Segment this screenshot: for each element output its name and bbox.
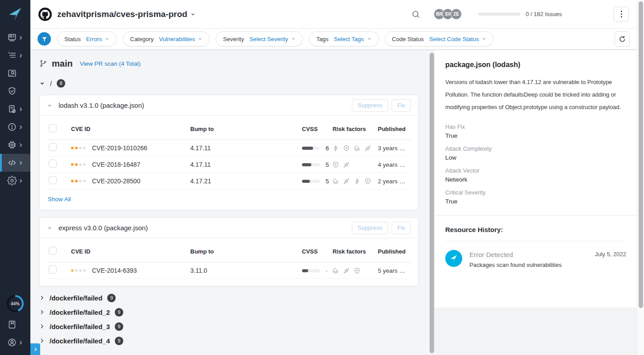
risk-factors-cell [330, 178, 372, 185]
filter-pill-tags[interactable]: TagsSelect Tags [309, 31, 378, 46]
sidebar-expand-button[interactable] [30, 343, 40, 355]
severity-dot [71, 269, 74, 272]
filter-pill-status[interactable]: StatusErrors [57, 31, 117, 46]
sidebar: 44% [0, 0, 30, 355]
cvss-bar [302, 147, 320, 150]
sidebar-item-alert-circle[interactable] [0, 118, 30, 136]
repo-title[interactable]: zehavitprisma/cves-prisma-prod [57, 9, 187, 19]
chevron-down-icon [291, 37, 296, 41]
folder-row[interactable]: /dockerfile/failed9 [39, 291, 418, 305]
filter-value-text: Errors [86, 36, 102, 42]
page-scrollbar-thumb[interactable] [639, 1, 643, 308]
filter-value-text: Select Code Status [429, 36, 479, 42]
filter-value-text: Select Tags [334, 36, 364, 42]
sidebar-item-account[interactable] [7, 334, 23, 351]
folder-row[interactable]: /dockerfile/failed_49 [39, 334, 418, 348]
funnel-icon [41, 36, 48, 42]
sidebar-item-image-scan[interactable] [0, 64, 30, 82]
lightning-icon [354, 178, 360, 185]
avatar[interactable]: ZE [451, 8, 462, 20]
suppress-button[interactable]: Suppress [352, 99, 388, 112]
published-cell: 5 years … [372, 267, 411, 274]
filter-pill-category[interactable]: CategoryVulnerabilities [123, 31, 209, 46]
root-folder-row[interactable]: / 8 [39, 79, 418, 88]
sidebar-item-list[interactable] [0, 46, 30, 64]
cve-row[interactable]: CVE-2019-10102664.17.1163 years … [47, 140, 411, 156]
filter-pill-code-status[interactable]: Code StatusSelect Code Status [385, 31, 494, 46]
sidebar-item-chip[interactable] [0, 136, 30, 154]
cve-row[interactable]: CVE-2014-63933.11.0·5 years … [47, 262, 411, 279]
package-actions: SuppressFix [352, 222, 411, 234]
folder-name: /dockerfile/failed [50, 294, 102, 302]
swirl-icon [332, 178, 339, 185]
git-branch-icon [39, 59, 47, 68]
branch-name: main [52, 59, 73, 69]
filter-value-dropdown[interactable]: Vulnerabilities [159, 36, 202, 42]
root-path-label: / [50, 80, 52, 87]
more-options-button[interactable] [614, 7, 629, 22]
detail-field: Has FixTrue [445, 123, 626, 139]
suppress-button[interactable]: Suppress [352, 222, 388, 234]
reset-filters-button[interactable] [615, 31, 630, 46]
row-checkbox[interactable] [49, 160, 57, 168]
scan-progress-ring[interactable]: 44% [7, 295, 24, 312]
shield-plus-icon [354, 267, 360, 274]
folder-row[interactable]: /dockerfile/failed_29 [39, 305, 418, 319]
filter-value-dropdown[interactable]: Errors [86, 36, 109, 42]
search-button[interactable] [411, 10, 420, 19]
sidebar-item-policy-doc[interactable] [0, 100, 30, 118]
detail-field: Attack VectorNetwork [445, 167, 626, 183]
detail-description: Versions of lodash lower than 4.17.12 ar… [445, 76, 628, 114]
cve-cell: CVE-2019-1010266 [65, 144, 188, 152]
swirl-icon [354, 145, 360, 152]
cvss-value: 5 [326, 161, 329, 168]
main-scrollbar-thumb[interactable] [430, 53, 434, 353]
chevron-right-icon [18, 125, 23, 130]
cvss-bar [302, 269, 320, 272]
cve-row[interactable]: CVE-2020-285004.17.2152 years … [47, 173, 411, 190]
sidebar-item-shield-check[interactable] [0, 82, 30, 100]
chevron-right-icon [18, 161, 23, 165]
row-checkbox[interactable] [49, 143, 57, 151]
list-icon [7, 51, 17, 60]
detail-field-label: Attack Complexity [445, 145, 626, 152]
filter-value-dropdown[interactable]: Select Severity [249, 36, 296, 42]
sidebar-item-book[interactable] [7, 316, 23, 334]
collapse-chevron-icon[interactable] [47, 103, 52, 108]
filter-value-dropdown[interactable]: Select Code Status [429, 36, 486, 42]
filter-value-dropdown[interactable]: Select Tags [334, 36, 372, 42]
shield-plus-icon [332, 161, 339, 168]
folder-row[interactable]: /dockerfile/failed_39 [39, 319, 418, 334]
detail-field-value: True [445, 198, 626, 205]
column-header: CVSS [300, 126, 330, 132]
fix-button[interactable]: Fix [392, 222, 411, 234]
fix-button[interactable]: Fix [392, 99, 411, 112]
avatar-group[interactable]: BRSVZE [434, 8, 462, 20]
show-all-link[interactable]: Show All [47, 190, 72, 210]
alert-circle-icon [7, 122, 17, 132]
package-card: lodash v3.1.0 (package.json)SuppressFixC… [39, 95, 418, 210]
view-pr-scan-link[interactable]: View PR scan (4 Total) [80, 60, 141, 67]
sidebar-item-gear[interactable] [0, 172, 30, 190]
select-all-checkbox[interactable] [49, 124, 57, 132]
sidebar-item-code[interactable] [0, 154, 30, 172]
detail-field: Critical SeverityTrue [445, 189, 626, 205]
severity-dot [71, 180, 74, 182]
filter-pill-severity[interactable]: SeveritySelect Severity [216, 31, 303, 46]
row-checkbox[interactable] [49, 266, 57, 274]
chevron-down-icon[interactable] [190, 12, 196, 17]
image-scan-icon [7, 68, 17, 78]
brand-logo[interactable] [0, 0, 30, 29]
filter-button[interactable] [38, 32, 51, 46]
row-checkbox[interactable] [49, 176, 57, 184]
cve-row[interactable]: CVE-2018-164874.17.1154 years … [47, 156, 411, 173]
select-all-checkbox[interactable] [49, 247, 57, 255]
folder-issue-count-badge: 9 [115, 337, 123, 345]
bump-to-version: 4.17.11 [188, 161, 300, 168]
chevron-right-icon [39, 324, 45, 329]
collapse-chevron-icon[interactable] [47, 225, 52, 231]
risk-factors-cell [330, 145, 372, 152]
published-cell: 4 years … [372, 161, 411, 168]
sidebar-item-boards[interactable] [0, 29, 30, 46]
severity-dot [83, 147, 86, 149]
